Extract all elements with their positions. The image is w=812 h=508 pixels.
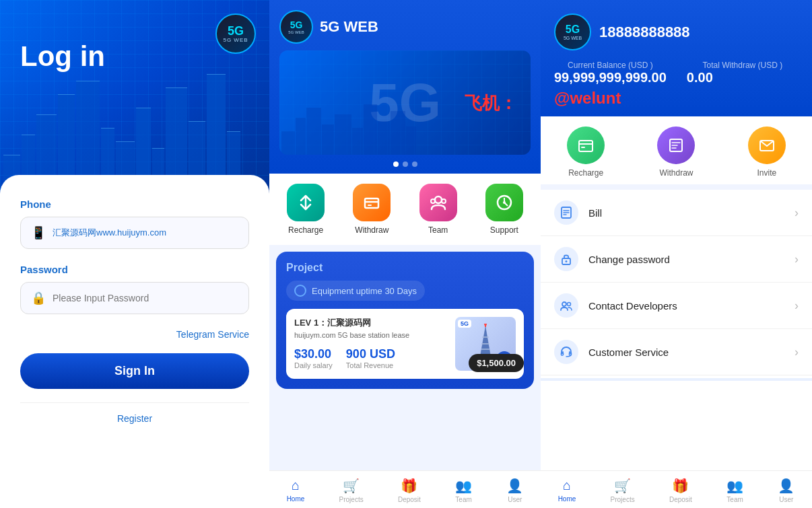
- balance-label: Current Balance (USD ): [554, 61, 667, 70]
- profile-recharge-label: Recharge: [568, 168, 603, 178]
- bill-arrow: ›: [794, 206, 799, 220]
- password-label: Password: [20, 264, 249, 275]
- profile-withdraw-icon: [657, 126, 695, 164]
- customer-service-arrow: ›: [794, 345, 799, 359]
- total-revenue: 900 USD: [346, 347, 395, 361]
- menu-item-customer-service[interactable]: Customer Service ›: [541, 329, 812, 375]
- profile-nav-team[interactable]: 👥 Team: [720, 476, 750, 505]
- profile-balance-row: Current Balance (USD ) 99,999,999,999.00…: [554, 61, 799, 85]
- svg-point-2: [435, 196, 442, 203]
- customer-service-icon: [554, 340, 578, 364]
- home-topbar: 5G 5G WEB 5G WEB: [279, 10, 531, 44]
- team-nav-icon: 👥: [455, 478, 472, 494]
- profile-header: 5G 5G WEB 18888888888 Current Balance (U…: [541, 0, 812, 116]
- profile-web-text: 5G WEB: [564, 36, 582, 40]
- logo-5g-text: 5G: [228, 25, 244, 37]
- sign-in-button[interactable]: Sign In: [20, 353, 249, 389]
- change-password-label: Change password: [588, 254, 794, 265]
- profile-invite-icon: [748, 126, 786, 164]
- profile-nav-home[interactable]: ⌂ Home: [551, 476, 583, 505]
- home-bottom-nav: ⌂ Home 🛒 Projects 🎁 Deposit 👥 Team 👤 Use…: [269, 470, 541, 508]
- profile-projects-icon: 🛒: [614, 478, 631, 494]
- profile-action-recharge[interactable]: Recharge: [567, 126, 605, 178]
- deposit-nav-label: Deposit: [398, 496, 421, 503]
- phone-label: Phone: [20, 198, 249, 210]
- change-password-arrow: ›: [794, 252, 799, 266]
- bill-icon: [554, 201, 578, 225]
- home-logo-badge: 5G 5G WEB: [279, 10, 313, 44]
- user-nav-label: User: [508, 496, 522, 503]
- nav-deposit[interactable]: 🎁 Deposit: [391, 476, 428, 505]
- balance-amount: 99,999,999,999.00: [554, 70, 667, 85]
- home-banner: 5G 飞机：: [279, 50, 531, 155]
- nav-team[interactable]: 👥 Team: [448, 476, 479, 505]
- profile-projects-label: Projects: [611, 496, 635, 503]
- profile-actions: Recharge Withdraw Invite: [541, 116, 812, 184]
- withdraw-col: Total Withdraw (USD ) 0.00: [687, 61, 799, 85]
- profile-5g-text: 5G: [566, 24, 580, 36]
- profile-deposit-label: Deposit: [669, 496, 692, 503]
- project-item-info: LEV 1：汇聚源码网 huijuym.com 5G base station …: [294, 317, 448, 369]
- project-card: Project Equipment uptime 30 Days LEV 1：汇…: [276, 252, 534, 389]
- quick-action-withdraw[interactable]: Withdraw: [353, 184, 391, 235]
- telegram-service-link[interactable]: Telegram Service: [20, 329, 249, 340]
- deposit-nav-icon: 🎁: [401, 478, 417, 494]
- svg-point-3: [431, 199, 435, 203]
- nav-projects[interactable]: 🛒 Projects: [333, 476, 370, 505]
- login-logo-badge: 5G 5G WEB: [215, 13, 256, 54]
- withdraw-label: Withdraw: [355, 225, 388, 235]
- equipment-badge: Equipment uptime 30 Days: [286, 281, 425, 301]
- menu-item-contact-developers[interactable]: Contact Developers ›: [541, 283, 812, 329]
- home-web-text: 5G WEB: [288, 30, 304, 34]
- login-panel: 5G 5G WEB Log in Phone 📱 汇聚源码网www.huijuy…: [0, 0, 269, 508]
- profile-phone: 18888888888: [599, 24, 690, 41]
- profile-user-icon: 👤: [778, 478, 794, 494]
- profile-home-label: Home: [558, 495, 576, 503]
- password-input[interactable]: [53, 293, 238, 303]
- banner-dots: [279, 161, 531, 174]
- register-link[interactable]: Register: [20, 402, 249, 424]
- home-nav-icon: ⌂: [292, 478, 300, 493]
- profile-nav-projects[interactable]: 🛒 Projects: [604, 476, 642, 505]
- nav-home[interactable]: ⌂ Home: [280, 476, 312, 505]
- recharge-icon: [287, 184, 325, 221]
- profile-bottom-nav: ⌂ Home 🛒 Projects 🎁 Deposit 👥 Team 👤 Use…: [541, 470, 812, 508]
- svg-point-24: [568, 303, 571, 306]
- contact-developers-arrow: ›: [794, 299, 799, 313]
- home-app-title: 5G WEB: [320, 18, 378, 36]
- profile-action-withdraw[interactable]: Withdraw: [657, 126, 695, 178]
- total-label: Total Revenue: [346, 361, 395, 369]
- svg-rect-25: [562, 353, 564, 355]
- menu-item-change-password[interactable]: Change password ›: [541, 236, 812, 283]
- home-header: 5G 5G WEB 5G WEB 5G 飞机：: [269, 0, 541, 174]
- quick-action-support[interactable]: Support: [485, 184, 523, 235]
- profile-nav-deposit[interactable]: 🎁 Deposit: [663, 476, 699, 505]
- svg-rect-17: [581, 147, 585, 148]
- lock-icon: 🔒: [31, 291, 46, 305]
- profile-nav-user[interactable]: 👤 User: [771, 476, 801, 505]
- quick-action-recharge[interactable]: Recharge: [287, 184, 325, 235]
- support-icon: [485, 184, 523, 221]
- contact-developers-icon: [554, 293, 578, 318]
- menu-item-bill[interactable]: Bill ›: [541, 190, 812, 236]
- password-input-wrapper: 🔒: [20, 282, 249, 314]
- invest-button[interactable]: $1,500.00: [469, 354, 524, 372]
- equipment-circle: [294, 285, 306, 297]
- login-form-card: Phone 📱 汇聚源码网www.huijuym.com Password 🔒 …: [0, 175, 269, 508]
- svg-point-4: [442, 199, 446, 203]
- quick-action-team[interactable]: Team: [419, 184, 457, 235]
- project-item-prices: $30.00 Daily salary 900 USD Total Revenu…: [294, 347, 448, 369]
- menu-divider: [541, 378, 812, 381]
- svg-rect-1: [368, 205, 372, 206]
- change-password-icon: [554, 247, 578, 271]
- svg-point-13: [484, 324, 487, 326]
- svg-rect-0: [365, 198, 378, 208]
- daily-label: Daily salary: [294, 361, 333, 369]
- nav-user[interactable]: 👤 User: [500, 476, 530, 505]
- profile-action-invite[interactable]: Invite: [748, 126, 786, 178]
- home-panel: 5G 5G WEB 5G WEB 5G 飞机：: [269, 0, 541, 508]
- recharge-label: Recharge: [288, 225, 323, 235]
- svg-point-23: [562, 302, 566, 306]
- equipment-text: Equipment uptime 30 Days: [312, 286, 417, 296]
- profile-home-icon: ⌂: [563, 478, 571, 493]
